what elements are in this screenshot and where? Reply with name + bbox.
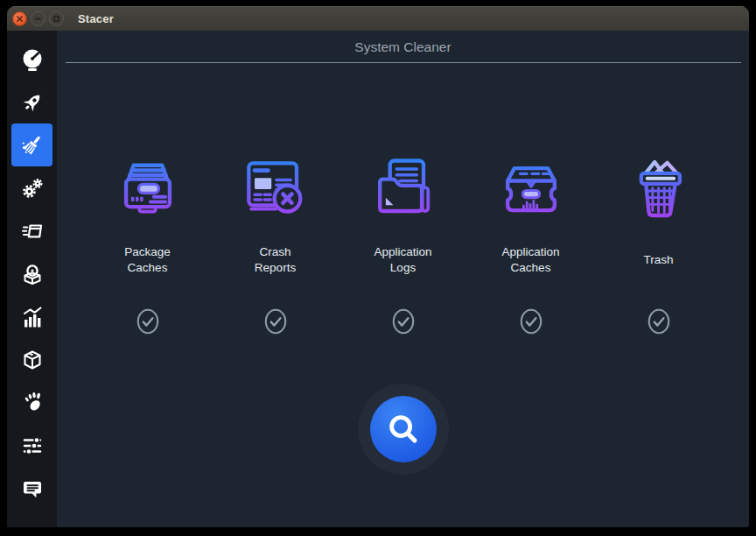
category-package-caches: Package Caches xyxy=(84,151,212,335)
check-circle-icon[interactable] xyxy=(648,308,670,335)
category-label: Application Caches xyxy=(494,242,569,279)
cleaner-categories: Package Caches xyxy=(57,151,749,335)
search-icon xyxy=(385,411,422,448)
sliders-icon xyxy=(20,434,45,458)
category-crash-reports: Crash Reports xyxy=(212,151,340,335)
sidebar-item-feedback[interactable] xyxy=(11,467,52,510)
page-title: System Cleaner xyxy=(57,31,749,55)
minimize-button[interactable] xyxy=(31,11,46,26)
scan-button-halo xyxy=(358,384,449,475)
sidebar-item-resources[interactable] xyxy=(11,295,52,338)
titlebar: Stacer xyxy=(7,6,749,31)
application-caches-icon xyxy=(491,151,571,231)
sidebar-item-services[interactable] xyxy=(11,166,52,209)
category-label: Package Caches xyxy=(110,242,186,279)
close-icon xyxy=(16,15,24,23)
box-disc-icon xyxy=(20,262,45,286)
chart-icon xyxy=(20,305,45,329)
application-logs-icon xyxy=(363,151,444,231)
scan-button[interactable] xyxy=(370,396,437,462)
sidebar-item-dashboard[interactable] xyxy=(11,38,52,81)
sidebar-item-settings[interactable] xyxy=(11,424,52,467)
gnome-foot-icon xyxy=(20,391,45,415)
category-application-logs: Application Logs xyxy=(340,151,467,335)
check-circle-icon[interactable] xyxy=(136,308,159,335)
cube-icon xyxy=(20,348,45,372)
sidebar-item-uninstaller[interactable] xyxy=(11,252,52,295)
rocket-icon xyxy=(20,90,45,115)
check-circle-icon[interactable] xyxy=(392,308,415,335)
maximize-icon xyxy=(52,15,60,23)
category-application-caches: Application Caches xyxy=(467,151,595,335)
chat-bubble-icon xyxy=(20,476,45,501)
scan-row xyxy=(57,384,749,475)
crash-reports-icon xyxy=(235,151,316,231)
trash-icon xyxy=(619,151,699,231)
sidebar-item-processes[interactable] xyxy=(11,209,52,252)
window-title: Stacer xyxy=(78,12,114,25)
maximize-button[interactable] xyxy=(49,11,64,26)
sidebar-item-gnome-settings[interactable] xyxy=(11,381,52,424)
sidebar-item-helpers[interactable] xyxy=(11,338,52,381)
gears-icon xyxy=(20,176,45,201)
package-caches-icon xyxy=(108,151,188,231)
check-circle-icon[interactable] xyxy=(264,308,287,335)
check-circle-icon[interactable] xyxy=(520,308,542,335)
sidebar xyxy=(7,31,57,527)
gauge-icon xyxy=(20,47,45,72)
category-trash: Trash xyxy=(595,151,723,335)
category-label: Crash Reports xyxy=(238,242,313,279)
category-label: Application Logs xyxy=(366,242,441,279)
sidebar-item-system-cleaner[interactable] xyxy=(11,123,52,166)
sidebar-item-startup-apps[interactable] xyxy=(11,81,52,123)
category-label: Trash xyxy=(643,242,673,279)
main-content: System Cleaner xyxy=(57,31,749,527)
minimize-icon xyxy=(34,15,42,23)
close-button[interactable] xyxy=(12,11,27,26)
desktop-background: Stacer xyxy=(0,0,756,536)
stacer-window: Stacer xyxy=(7,6,749,527)
broom-icon xyxy=(20,133,45,158)
header-divider xyxy=(66,62,741,63)
speed-folder-icon xyxy=(20,219,45,243)
